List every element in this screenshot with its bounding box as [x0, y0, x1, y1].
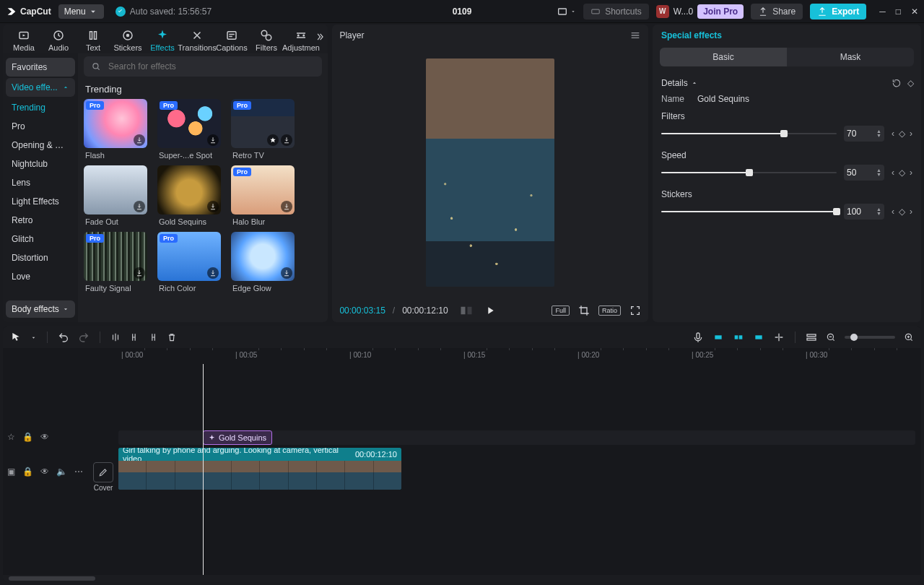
timeline-ruler[interactable]: | 00:00| 00:05| 00:10| 00:15| 00:20| 00:…	[118, 348, 921, 364]
sidebar-item-distortion[interactable]: Distortion	[6, 248, 75, 267]
trim-left-button[interactable]	[129, 332, 139, 342]
delete-button[interactable]	[167, 332, 177, 342]
eye-icon[interactable]: 👁	[40, 432, 49, 442]
pointer-tool[interactable]	[10, 332, 22, 343]
tab-audio[interactable]: Audio	[42, 27, 75, 52]
download-icon[interactable]	[281, 134, 292, 146]
download-icon[interactable]	[134, 201, 145, 212]
sidebar-group-video-effects[interactable]: Video effe...	[6, 78, 75, 97]
mic-button[interactable]	[692, 332, 704, 343]
chevron-down-icon[interactable]	[30, 334, 37, 341]
keyframe-next[interactable]: ›	[910, 168, 912, 178]
tab-filters[interactable]: Filters	[250, 27, 283, 52]
maximize-button[interactable]: □	[896, 6, 901, 17]
sidebar-item-love[interactable]: Love	[6, 267, 75, 286]
tab-media[interactable]: Media	[7, 27, 40, 52]
keyframe-nav[interactable]: ◇	[907, 78, 912, 88]
download-icon[interactable]	[281, 201, 292, 212]
download-icon[interactable]	[207, 267, 219, 279]
zoom-in-button[interactable]	[904, 332, 914, 342]
tab-stickers[interactable]: Stickers	[111, 27, 144, 52]
compare-button[interactable]	[460, 306, 473, 316]
timeline-scrollbar[interactable]	[3, 575, 921, 582]
keyframe-next[interactable]: ›	[910, 207, 912, 217]
mute-icon[interactable]: 🔈	[56, 467, 67, 477]
reset-button[interactable]	[892, 78, 902, 88]
effect-card-edge-glow[interactable]: Edge Glow	[231, 232, 295, 294]
trim-right-button[interactable]	[148, 332, 158, 342]
keyframe-add[interactable]: ◇	[899, 168, 905, 178]
tabs-overflow-button[interactable]	[315, 32, 325, 42]
favorite-icon[interactable]	[267, 134, 279, 146]
crop-button[interactable]	[578, 305, 590, 316]
value-filters[interactable]: 70▲▼	[844, 126, 884, 142]
sidebar-item-light-effects[interactable]: Light Effects	[6, 192, 75, 211]
download-icon[interactable]	[134, 267, 145, 279]
details-header[interactable]: Details ◇	[661, 74, 912, 92]
playhead[interactable]	[203, 364, 204, 575]
clip-video-main[interactable]: Girl talking by phone and arguing. Looki…	[118, 448, 401, 490]
effect-card-super-e-spot[interactable]: ProSuper-...e Spot	[157, 99, 221, 161]
download-icon[interactable]	[207, 134, 219, 146]
workspace-pill[interactable]: W W...0 Join Pro	[656, 4, 744, 19]
undo-button[interactable]	[58, 332, 69, 343]
split-button[interactable]	[110, 332, 121, 342]
search-input[interactable]	[107, 61, 315, 72]
keyframe-next[interactable]: ›	[910, 129, 912, 139]
effect-card-halo-blur[interactable]: ProHalo Blur	[231, 165, 295, 228]
keyframe-prev[interactable]: ‹	[892, 168, 894, 178]
sidebar-item-nightclub[interactable]: Nightclub	[6, 155, 75, 173]
player-menu-button[interactable]	[629, 30, 641, 41]
sidebar-item-opening-clo-[interactable]: Opening & Clo...	[6, 136, 75, 155]
tab-captions[interactable]: Captions	[215, 27, 248, 52]
zoom-out-button[interactable]	[826, 332, 836, 342]
sidebar-favorites[interactable]: Favorites	[6, 58, 75, 77]
eye-icon[interactable]: 👁	[40, 467, 49, 477]
redo-button[interactable]	[78, 332, 90, 343]
aspect-button[interactable]	[557, 6, 576, 17]
effect-card-retro-tv[interactable]: ProRetro TV	[231, 99, 295, 161]
join-pro-button[interactable]: Join Pro	[697, 4, 744, 19]
play-button[interactable]	[484, 305, 496, 316]
sidebar-item-lens[interactable]: Lens	[6, 173, 75, 192]
auto-snap-toggle[interactable]	[733, 332, 744, 343]
minimize-button[interactable]: ─	[879, 6, 886, 17]
track-options-button[interactable]	[806, 332, 817, 343]
clip-effect-gold-sequins[interactable]: Gold Sequins	[203, 430, 272, 445]
stepper[interactable]: ▲▼	[876, 168, 881, 177]
slider-filters[interactable]	[661, 128, 837, 139]
effect-card-fade-out[interactable]: Fade Out	[84, 165, 147, 228]
link-toggle[interactable]	[753, 332, 764, 343]
player-stage[interactable]	[332, 46, 648, 299]
full-button[interactable]: Full	[552, 306, 570, 316]
sidebar-item-glitch[interactable]: Glitch	[6, 230, 75, 248]
menu-button[interactable]: Menu	[58, 4, 104, 19]
export-button[interactable]: Export	[810, 4, 866, 20]
sidebar-item-retro[interactable]: Retro	[6, 211, 75, 230]
sidebar-item-pro[interactable]: Pro	[6, 117, 75, 136]
slider-speed[interactable]	[661, 167, 837, 178]
sidebar-group-body-effects[interactable]: Body effects	[6, 300, 75, 318]
stepper[interactable]: ▲▼	[876, 207, 881, 216]
pin-icon[interactable]: ☆	[7, 432, 15, 442]
tab-basic[interactable]: Basic	[660, 48, 787, 66]
keyframe-prev[interactable]: ‹	[892, 207, 894, 217]
value-speed[interactable]: 50▲▼	[844, 165, 884, 181]
preview-axis-button[interactable]	[773, 332, 785, 343]
tab-transitions[interactable]: Transitions	[180, 27, 214, 52]
share-button[interactable]: Share	[751, 4, 803, 20]
keyframe-add[interactable]: ◇	[899, 207, 905, 217]
effect-card-flash[interactable]: ProFlash	[84, 99, 147, 161]
keyframe-add[interactable]: ◇	[899, 129, 905, 139]
download-icon[interactable]	[281, 267, 292, 279]
sidebar-item-trending[interactable]: Trending	[6, 98, 75, 117]
effects-search[interactable]	[84, 56, 322, 77]
timeline-tracks[interactable]: ☆ 🔒 👁 ▣ 🔒 👁 🔈 ⋯ Cover	[3, 364, 921, 575]
download-icon[interactable]	[134, 134, 145, 146]
ratio-button[interactable]: Ratio	[598, 306, 621, 316]
tab-effects[interactable]: Effects	[146, 27, 179, 52]
more-icon[interactable]: ⋯	[74, 467, 83, 477]
stepper[interactable]: ▲▼	[876, 129, 881, 138]
fullscreen-button[interactable]	[629, 305, 641, 316]
lock-icon[interactable]: 🔒	[22, 467, 33, 477]
